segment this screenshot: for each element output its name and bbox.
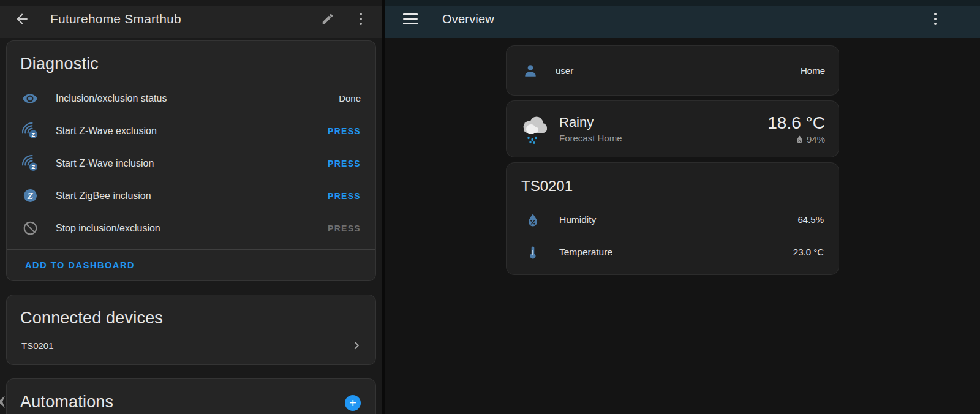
user-entity-state: Home (801, 66, 825, 76)
left-panel-title: Futurehome Smarthub (50, 12, 318, 26)
sensor-row-humidity[interactable]: Humidity 64.5% (507, 203, 839, 236)
connected-devices-title: Connected devices (7, 295, 375, 336)
app-window: Futurehome Smarthub Diagnostic (0, 0, 980, 414)
device-name: TS0201 (21, 341, 351, 351)
diagnostic-row-inclusion-status: Inclusion/exclusion status Done (7, 82, 375, 115)
user-entity-name: user (556, 66, 801, 76)
left-header: Futurehome Smarthub (0, 0, 382, 38)
thermometer-icon (525, 244, 541, 260)
left-content: Diagnostic Inclusion/exclusion status Do… (0, 38, 382, 414)
water-percent-icon (795, 135, 804, 144)
svg-text:Z: Z (31, 132, 35, 138)
diagnostic-row-zwave-exclusion: Z Start Z-Wave exclusion PRESS (7, 115, 375, 147)
diagnostic-row-value: Done (339, 93, 361, 104)
overview-panel: Overview user Home (385, 0, 980, 414)
connected-devices-card: Connected devices TS0201 (6, 295, 376, 365)
svg-text:Z: Z (26, 190, 32, 201)
diagnostic-row-label: Start Z-Wave exclusion (56, 126, 328, 137)
sensor-row-temperature[interactable]: Temperature 23.0 °C (507, 236, 839, 268)
diagnostic-row-label: Inclusion/exclusion status (56, 93, 339, 104)
eye-icon (21, 90, 39, 107)
diagnostic-row-label: Start ZigBee inclusion (56, 190, 328, 201)
diagnostic-card: Diagnostic Inclusion/exclusion status Do… (6, 40, 376, 281)
diagnostic-row-label: Stop inclusion/exclusion (56, 223, 328, 234)
press-button[interactable]: PRESS (328, 122, 361, 140)
diagnostic-row-zwave-inclusion: Z Start Z-Wave inclusion PRESS (7, 147, 375, 179)
diagnostic-card-footer: ADD TO DASHBOARD (7, 250, 375, 280)
overview-title: Overview (442, 12, 926, 26)
overview-content: user Home (506, 38, 839, 275)
weather-humidity: 94% (767, 134, 825, 145)
diagnostic-row-label: Start Z-Wave inclusion (56, 158, 328, 169)
back-arrow-icon[interactable] (13, 10, 31, 28)
sensor-value: 64.5% (797, 214, 824, 225)
weather-condition: Rainy (559, 115, 767, 130)
plus-circle-icon[interactable]: + (345, 395, 361, 411)
edit-pencil-icon[interactable] (318, 10, 337, 28)
weather-card[interactable]: Rainy Forecast Home 18.6 °C (506, 100, 839, 157)
zwave-icon: Z (21, 122, 39, 140)
zwave-icon: Z (21, 155, 39, 172)
zigbee-icon: Z (21, 187, 39, 205)
press-button-disabled: PRESS (328, 220, 361, 237)
automations-card: Automations + (6, 378, 376, 414)
chevron-right-icon (351, 340, 362, 351)
user-entity-card[interactable]: user Home (506, 45, 839, 96)
automations-title: Automations (7, 379, 375, 414)
right-header: Overview (385, 0, 980, 38)
diagnostic-row-zigbee-inclusion: Z Start ZigBee inclusion PRESS (7, 179, 375, 212)
press-button[interactable]: PRESS (328, 187, 361, 205)
statusbar-shade (385, 0, 980, 6)
diagnostic-card-title: Diagnostic (7, 41, 375, 82)
add-to-dashboard-button[interactable]: ADD TO DASHBOARD (25, 260, 135, 270)
connected-device-row[interactable]: TS0201 (7, 336, 375, 364)
kebab-menu-icon[interactable] (352, 10, 370, 28)
press-button[interactable]: PRESS (328, 155, 361, 172)
diagnostic-row-stop-inclusion: Stop inclusion/exclusion PRESS (7, 212, 375, 244)
weather-subtitle: Forecast Home (559, 133, 767, 143)
weather-readings: 18.6 °C 94% (767, 113, 825, 145)
svg-text:Z: Z (31, 164, 35, 170)
weather-temperature: 18.6 °C (767, 113, 825, 133)
kebab-menu-icon[interactable] (926, 10, 944, 28)
mouse-cursor-artifact (0, 396, 6, 408)
sensor-value: 23.0 °C (793, 247, 824, 257)
block-icon (21, 220, 39, 237)
rainy-cloud-icon (519, 113, 551, 145)
person-icon (522, 62, 538, 78)
sensor-label: Humidity (559, 214, 797, 225)
device-detail-panel: Futurehome Smarthub Diagnostic (0, 0, 385, 414)
weather-main: Rainy Forecast Home (559, 115, 767, 143)
weather-humidity-value: 94% (807, 134, 825, 145)
hamburger-menu-icon[interactable] (403, 13, 418, 24)
sensor-card-title: TS0201 (507, 163, 839, 203)
sensor-label: Temperature (559, 247, 793, 258)
statusbar-shade (0, 0, 382, 6)
water-percent-icon (525, 212, 541, 228)
sensor-device-card: TS0201 Humidity 64.5% (506, 162, 839, 275)
